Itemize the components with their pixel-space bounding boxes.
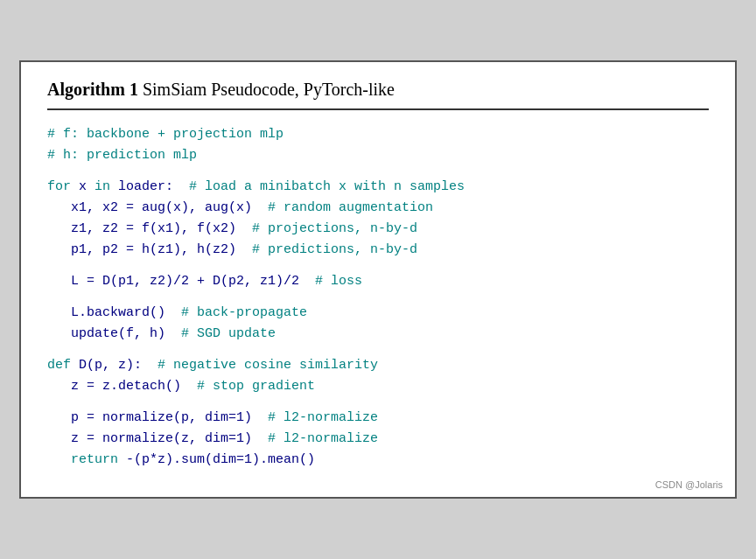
- comment-text: # load a minibatch x with n samples: [189, 179, 465, 194]
- comment-text: # negative cosine similarity: [158, 358, 378, 373]
- page-container: Algorithm 1 SimSiam Pseudocode, PyTorch-…: [0, 0, 756, 559]
- comment-text: # random augmentation: [268, 200, 433, 215]
- code-line: L.backward() # back-propagate: [47, 303, 709, 324]
- normal-text: -(p*z).sum(dim=1).mean(): [118, 452, 315, 467]
- code-line: [47, 292, 709, 303]
- normal-text: z1, z2 = f(x1), f(x2): [47, 221, 252, 236]
- keyword-text: return: [47, 452, 118, 467]
- code-line: z = z.detach() # stop gradient: [47, 376, 709, 397]
- code-line: return -(p*z).sum(dim=1).mean(): [47, 450, 709, 471]
- normal-text: p1, p2 = h(z1), h(z2): [47, 242, 252, 257]
- comment-text: # l2-normalize: [268, 410, 378, 425]
- normal-text: L.backward(): [47, 305, 181, 320]
- algorithm-title: Algorithm 1 SimSiam Pseudocode, PyTorch-…: [47, 80, 709, 110]
- code-block: # f: backbone + projection mlp# h: predi…: [47, 124, 709, 471]
- keyword-text: def: [47, 358, 71, 373]
- code-line: z1, z2 = f(x1), f(x2) # projections, n-b…: [47, 219, 709, 240]
- normal-text: x: [71, 179, 94, 194]
- comment-text: # loss: [315, 274, 362, 289]
- comment-text: # f: backbone + projection mlp: [47, 127, 284, 142]
- algorithm-title-text: SimSiam Pseudocode, PyTorch-like: [138, 80, 395, 99]
- code-line: x1, x2 = aug(x), aug(x) # random augment…: [47, 198, 709, 219]
- code-line: def D(p, z): # negative cosine similarit…: [47, 355, 709, 376]
- normal-text: p = normalize(p, dim=1): [47, 410, 268, 425]
- comment-text: # predictions, n-by-d: [252, 242, 417, 257]
- code-line: z = normalize(z, dim=1) # l2-normalize: [47, 429, 709, 450]
- keyword-text: for: [47, 179, 71, 194]
- comment-text: # l2-normalize: [268, 431, 378, 446]
- code-line: [47, 345, 709, 355]
- normal-text: D(p, z):: [71, 358, 158, 373]
- keyword-text: in: [94, 179, 110, 194]
- code-line: p = normalize(p, dim=1) # l2-normalize: [47, 408, 709, 429]
- algorithm-box: Algorithm 1 SimSiam Pseudocode, PyTorch-…: [19, 60, 737, 499]
- code-line: [47, 397, 709, 408]
- code-line: # h: prediction mlp: [47, 145, 709, 166]
- code-line: [47, 166, 709, 177]
- comment-text: # SGD update: [181, 326, 276, 341]
- code-line: p1, p2 = h(z1), h(z2) # predictions, n-b…: [47, 240, 709, 261]
- normal-text: L = D(p1, z2)/2 + D(p2, z1)/2: [47, 274, 315, 289]
- normal-text: update(f, h): [47, 326, 181, 341]
- comment-text: # stop gradient: [197, 379, 315, 394]
- comment-text: # back-propagate: [181, 305, 307, 320]
- code-line: L = D(p1, z2)/2 + D(p2, z1)/2 # loss: [47, 271, 709, 292]
- normal-text: loader:: [110, 179, 189, 194]
- code-line: for x in loader: # load a minibatch x wi…: [47, 177, 709, 198]
- code-line: # f: backbone + projection mlp: [47, 124, 709, 145]
- normal-text: z = z.detach(): [47, 379, 197, 394]
- normal-text: z = normalize(z, dim=1): [47, 431, 268, 446]
- code-line: update(f, h) # SGD update: [47, 324, 709, 345]
- watermark: CSDN @Jolaris: [655, 479, 723, 490]
- comment-text: # projections, n-by-d: [252, 221, 417, 236]
- normal-text: x1, x2 = aug(x), aug(x): [47, 200, 268, 215]
- comment-text: # h: prediction mlp: [47, 148, 197, 163]
- code-line: [47, 261, 709, 271]
- algorithm-number: Algorithm 1: [47, 80, 138, 99]
